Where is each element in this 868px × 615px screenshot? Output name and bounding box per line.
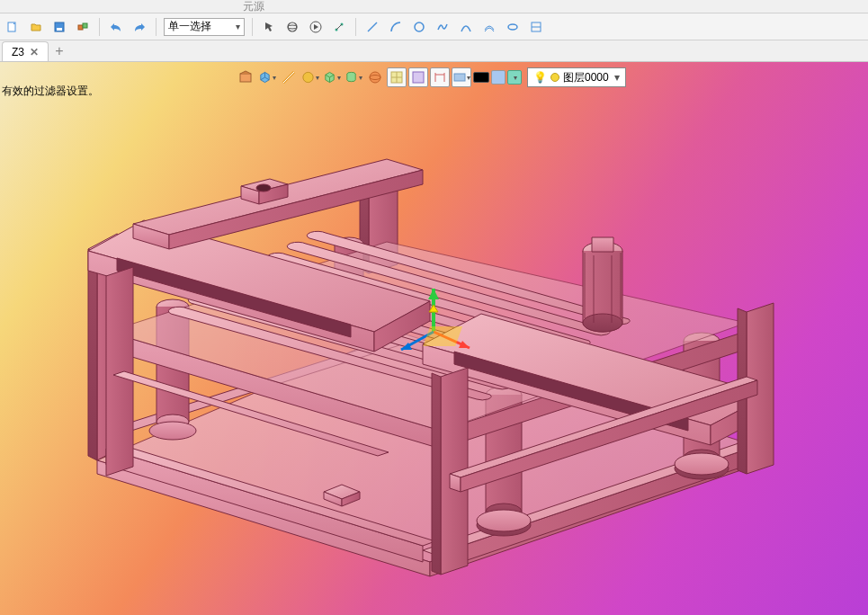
offset-icon[interactable] <box>480 18 498 36</box>
document-tab[interactable]: Z3 ✕ <box>2 41 49 61</box>
selection-mode-label: 单一选择 <box>168 19 211 34</box>
snap-icon[interactable] <box>330 18 348 36</box>
svg-point-46 <box>149 422 196 440</box>
svg-point-45 <box>675 453 729 475</box>
menubar-label: 元源 <box>243 0 264 14</box>
selection-mode-combo[interactable]: 单一选择 <box>164 18 245 36</box>
svg-point-5 <box>288 22 297 31</box>
pointer-icon[interactable] <box>260 18 278 36</box>
spline-icon[interactable] <box>434 18 452 36</box>
add-tab-button[interactable]: + <box>49 43 70 61</box>
arc-icon[interactable] <box>387 18 405 36</box>
circle-icon[interactable] <box>410 18 428 36</box>
assembly-icon[interactable] <box>74 18 92 36</box>
svg-point-41 <box>256 184 271 192</box>
orbit-icon[interactable] <box>283 18 301 36</box>
close-icon[interactable]: ✕ <box>30 46 39 58</box>
redo-icon[interactable] <box>130 18 148 36</box>
svg-line-10 <box>336 24 342 30</box>
file-new-icon[interactable] <box>4 18 22 36</box>
line-icon[interactable] <box>363 18 381 36</box>
svg-rect-40 <box>592 237 613 252</box>
separator <box>252 18 253 36</box>
svg-line-11 <box>368 22 377 31</box>
menubar-fragment: 元源 <box>0 0 868 13</box>
save-icon[interactable] <box>50 18 68 36</box>
tab-label: Z3 <box>12 46 24 58</box>
undo-icon[interactable] <box>107 18 125 36</box>
viewport-3d[interactable]: 💡 图层0000 有效的过滤器设置。 <box>0 62 868 615</box>
play-icon[interactable] <box>307 18 325 36</box>
separator <box>355 18 356 36</box>
curve2-icon[interactable] <box>457 18 475 36</box>
sketch-icon[interactable] <box>527 18 545 36</box>
model-render <box>0 62 868 615</box>
separator <box>99 18 100 36</box>
document-tabbar: Z3 ✕ + <box>0 40 868 62</box>
svg-point-12 <box>415 22 424 31</box>
separator <box>156 18 157 36</box>
file-open-icon[interactable] <box>27 18 45 36</box>
svg-rect-2 <box>57 28 62 31</box>
svg-point-43 <box>477 510 531 531</box>
svg-point-6 <box>288 25 297 29</box>
ellipse-icon[interactable] <box>504 18 522 36</box>
svg-rect-3 <box>78 25 83 30</box>
svg-point-13 <box>508 24 517 30</box>
svg-point-39 <box>583 314 622 332</box>
main-toolbar: 单一选择 <box>0 13 868 40</box>
svg-rect-4 <box>83 23 87 28</box>
